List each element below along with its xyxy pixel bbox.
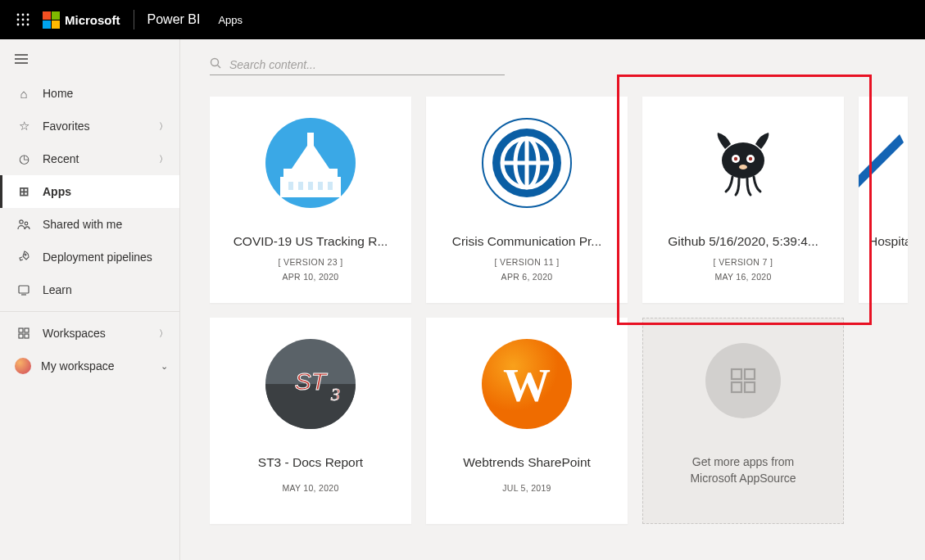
chevron-down-icon: ⌄ <box>161 361 168 372</box>
sidebar-item-label: Favorites <box>43 120 90 133</box>
svg-point-13 <box>25 222 28 225</box>
learn-icon <box>15 283 33 296</box>
sidebar-item-label: Apps <box>43 185 71 198</box>
sidebar-item-pipelines[interactable]: Deployment pipelines <box>0 241 179 273</box>
app-card-st3[interactable]: ST 3 ST3 - Docs Report MAY 10, 2020 <box>210 318 411 524</box>
svg-text:W: W <box>503 359 551 412</box>
sidebar-item-label: Recent <box>43 152 79 165</box>
workspaces-icon <box>15 327 33 340</box>
sidebar-item-apps[interactable]: ⊞ Apps <box>0 175 179 208</box>
app-version: [ VERSION 23 ] <box>278 257 342 267</box>
app-title: COVID-19 US Tracking R... <box>220 234 401 249</box>
app-thumbnail <box>482 118 572 208</box>
app-thumbnail <box>859 118 908 208</box>
sidebar-item-myworkspace[interactable]: My workspace ⌄ <box>0 350 179 382</box>
svg-point-42 <box>749 157 752 160</box>
svg-point-12 <box>20 220 23 224</box>
svg-rect-18 <box>19 334 23 338</box>
svg-point-1 <box>22 14 25 16</box>
sidebar-item-favorites[interactable]: ☆ Favorites 〉 <box>0 110 179 142</box>
app-version: [ VERSION 11 ] <box>494 257 559 267</box>
home-icon: ⌂ <box>15 87 33 101</box>
app-thumbnail <box>265 118 356 208</box>
avatar <box>15 358 31 374</box>
appsource-icon <box>705 343 781 418</box>
svg-rect-27 <box>288 182 293 190</box>
svg-rect-15 <box>19 286 29 293</box>
app-card-crisis[interactable]: Crisis Communication Pr... [ VERSION 11 … <box>426 97 628 303</box>
svg-rect-55 <box>745 382 755 392</box>
sidebar-item-workspaces[interactable]: Workspaces 〉 <box>0 317 179 350</box>
sidebar-item-shared[interactable]: Shared with me <box>0 208 179 241</box>
svg-point-20 <box>211 59 219 66</box>
apps-grid: COVID-19 US Tracking R... [ VERSION 23 ]… <box>210 97 925 524</box>
sidebar-item-label: Workspaces <box>43 327 106 340</box>
microsoft-brand[interactable]: Microsoft <box>39 0 130 39</box>
app-title: ST3 - Docs Report <box>220 455 401 470</box>
app-card-covid[interactable]: COVID-19 US Tracking R... [ VERSION 23 ]… <box>210 97 411 303</box>
svg-rect-53 <box>745 369 755 379</box>
search-container[interactable] <box>210 54 505 75</box>
app-card-hospital[interactable]: Hospital <box>859 97 908 303</box>
hamburger-icon[interactable] <box>0 43 179 77</box>
svg-point-0 <box>17 14 20 16</box>
svg-point-4 <box>22 19 25 21</box>
svg-rect-30 <box>318 182 323 190</box>
top-bar: Microsoft Power BI Apps <box>0 0 925 39</box>
app-thumbnail: W <box>482 339 572 429</box>
clock-icon: ◷ <box>15 151 33 166</box>
svg-point-7 <box>22 24 25 26</box>
svg-rect-28 <box>298 182 303 190</box>
sidebar-item-label: Home <box>43 87 73 100</box>
sidebar-item-learn[interactable]: Learn <box>0 273 179 306</box>
app-date: MAY 16, 2020 <box>714 272 771 282</box>
app-version: [ VERSION 7 ] <box>714 257 773 267</box>
svg-point-2 <box>27 14 29 16</box>
sidebar-item-label: My workspace <box>41 359 114 373</box>
svg-point-38 <box>722 142 764 178</box>
sidebar-item-label: Shared with me <box>43 218 122 231</box>
product-name[interactable]: Power BI <box>136 12 214 27</box>
sidebar-item-home[interactable]: ⌂ Home <box>0 77 179 110</box>
app-title: Hospital <box>859 234 908 249</box>
main-content: COVID-19 US Tracking R... [ VERSION 23 ]… <box>180 39 925 560</box>
svg-rect-54 <box>732 382 741 392</box>
get-more-apps[interactable]: Get more apps from Microsoft AppSource <box>642 318 844 524</box>
svg-point-5 <box>27 19 29 21</box>
app-title: Github 5/16/2020, 5:39:4... <box>653 234 833 249</box>
svg-rect-17 <box>25 328 29 332</box>
svg-point-41 <box>734 157 737 160</box>
app-date: APR 6, 2020 <box>501 272 553 282</box>
sidebar-item-label: Learn <box>43 283 72 296</box>
app-card-webtrends[interactable]: W Webtrends SharePoint JUL 5, 2019 <box>426 318 628 524</box>
app-card-github[interactable]: Github 5/16/2020, 5:39:4... [ VERSION 7 … <box>642 97 844 303</box>
svg-text:ST: ST <box>295 368 329 395</box>
svg-rect-52 <box>732 369 741 379</box>
app-thumbnail: ST 3 <box>265 339 356 429</box>
svg-point-8 <box>27 24 29 26</box>
separator <box>0 311 179 312</box>
svg-rect-26 <box>307 133 314 146</box>
app-title: Webtrends SharePoint <box>437 455 617 470</box>
search-input[interactable] <box>229 58 505 71</box>
app-launcher-icon[interactable] <box>7 0 39 39</box>
chevron-right-icon: 〉 <box>159 120 168 133</box>
svg-marker-44 <box>859 134 904 196</box>
sidebar-item-label: Deployment pipelines <box>43 251 152 264</box>
svg-rect-31 <box>328 182 333 190</box>
app-date: APR 10, 2020 <box>283 272 339 282</box>
apps-icon: ⊞ <box>15 184 33 199</box>
app-title: Crisis Communication Pr... <box>437 234 617 249</box>
breadcrumb: Apps <box>213 14 243 26</box>
svg-point-6 <box>17 24 20 26</box>
chevron-right-icon: 〉 <box>159 153 168 165</box>
sidebar-item-recent[interactable]: ◷ Recent 〉 <box>0 142 179 175</box>
svg-text:3: 3 <box>330 384 340 404</box>
svg-line-21 <box>218 65 221 69</box>
svg-point-43 <box>739 165 747 169</box>
svg-rect-16 <box>19 328 23 332</box>
svg-rect-19 <box>25 334 29 338</box>
divider <box>134 10 134 29</box>
svg-point-14 <box>25 254 26 255</box>
shared-icon <box>15 218 33 231</box>
